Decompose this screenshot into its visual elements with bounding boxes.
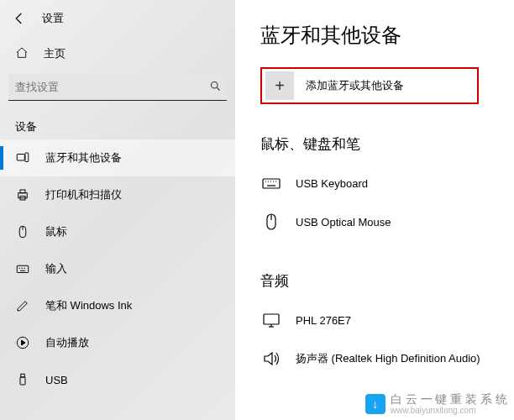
- group-audio: 音频: [260, 271, 514, 291]
- keyboard-icon: [15, 261, 30, 276]
- svg-rect-8: [17, 265, 29, 272]
- pen-icon: [15, 298, 30, 313]
- printer-icon: [15, 187, 30, 202]
- plus-icon: +: [265, 71, 294, 100]
- nav-label: 打印机和扫描仪: [45, 187, 122, 202]
- back-icon[interactable]: [12, 11, 27, 26]
- speaker-icon: [260, 349, 282, 369]
- watermark-logo: ↓: [365, 394, 386, 414]
- mouse-icon: [15, 224, 30, 239]
- watermark-brand: 白 云 一 键 重 装 系 统: [391, 393, 507, 406]
- nav-printers[interactable]: 打印机和扫描仪: [0, 176, 235, 213]
- svg-rect-16: [263, 179, 280, 188]
- home-icon: [15, 46, 29, 62]
- device-item[interactable]: 扬声器 (Realtek High Definition Audio): [260, 339, 514, 378]
- nav-label: 输入: [45, 261, 67, 276]
- svg-rect-25: [264, 314, 279, 324]
- device-item[interactable]: USB Optical Mouse: [260, 202, 514, 241]
- home-label: 主页: [44, 46, 66, 61]
- section-label: 设备: [0, 109, 235, 139]
- add-device-label: 添加蓝牙或其他设备: [306, 78, 404, 93]
- group-mouse-keyboard: 鼠标、键盘和笔: [260, 134, 514, 154]
- autoplay-icon: [15, 335, 30, 350]
- nav-mouse[interactable]: 鼠标: [0, 213, 235, 250]
- settings-title: 设置: [42, 11, 64, 26]
- page-title: 蓝牙和其他设备: [260, 22, 514, 49]
- svg-rect-3: [18, 193, 28, 198]
- nav-label: 笔和 Windows Ink: [45, 298, 132, 313]
- svg-rect-15: [20, 377, 25, 385]
- watermark: ↓ 白 云 一 键 重 装 系 统 www.baiyunxitong.com: [365, 393, 507, 415]
- usb-icon: [15, 372, 30, 387]
- devices-icon: [15, 150, 30, 165]
- nav-pen[interactable]: 笔和 Windows Ink: [0, 287, 235, 324]
- svg-rect-4: [20, 190, 25, 193]
- search-icon[interactable]: [209, 80, 222, 95]
- nav-label: 鼠标: [45, 224, 67, 239]
- svg-rect-14: [21, 374, 25, 377]
- mouse-device-icon: [260, 212, 282, 232]
- nav-label: 蓝牙和其他设备: [45, 150, 122, 165]
- nav-autoplay[interactable]: 自动播放: [0, 324, 235, 361]
- device-label: USB Optical Mouse: [296, 216, 391, 228]
- svg-point-0: [212, 82, 218, 89]
- search-input[interactable]: [8, 74, 227, 101]
- device-item[interactable]: PHL 276E7: [260, 301, 514, 339]
- monitor-icon: [260, 310, 282, 330]
- nav-label: 自动播放: [45, 335, 89, 350]
- device-label: PHL 276E7: [296, 314, 351, 327]
- svg-rect-1: [17, 155, 24, 161]
- svg-rect-2: [25, 153, 29, 162]
- watermark-url: www.baiyunxitong.com: [391, 406, 507, 415]
- add-device-button[interactable]: + 添加蓝牙或其他设备: [260, 67, 479, 104]
- device-label: USB Keyboard: [296, 177, 368, 190]
- device-label: 扬声器 (Realtek High Definition Audio): [296, 351, 480, 366]
- nav-typing[interactable]: 输入: [0, 250, 235, 287]
- nav-bluetooth[interactable]: 蓝牙和其他设备: [0, 139, 235, 176]
- nav-usb[interactable]: USB: [0, 361, 235, 398]
- home-link[interactable]: 主页: [0, 37, 235, 71]
- nav-label: USB: [45, 374, 68, 386]
- keyboard-device-icon: [260, 173, 282, 193]
- device-item[interactable]: USB Keyboard: [260, 164, 514, 202]
